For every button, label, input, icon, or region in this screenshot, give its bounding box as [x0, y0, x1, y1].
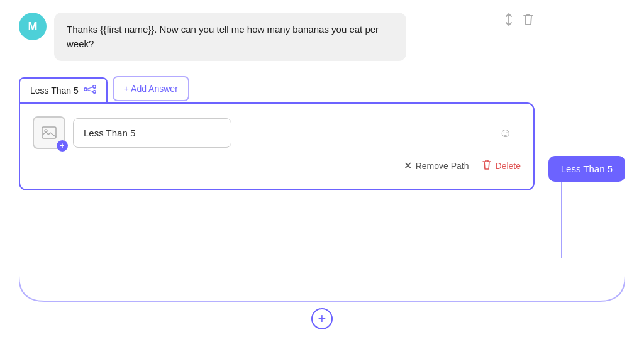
answer-input[interactable]: [73, 118, 231, 148]
bottom-connector: [19, 273, 625, 304]
delete-button[interactable]: Delete: [482, 159, 521, 172]
delete-trash-icon: [482, 159, 492, 172]
remove-path-label: Remove Path: [416, 161, 469, 171]
message-row: M Thanks {{first name}}. Now can you tel…: [19, 13, 535, 61]
sort-icon[interactable]: [503, 13, 514, 30]
tabs-container: Less Than 5 + Add Answer: [19, 76, 535, 102]
answer-card-inner: + ☺: [33, 116, 521, 149]
card-actions: ✕ Remove Path Delete: [33, 159, 521, 172]
add-answer-tab[interactable]: + Add Answer: [113, 76, 189, 101]
input-wrapper: ☺: [73, 118, 521, 148]
message-actions: [503, 13, 535, 30]
svg-point-1: [93, 86, 96, 88]
tab-label: Less Than 5: [30, 86, 79, 96]
image-placeholder[interactable]: +: [33, 116, 65, 149]
answer-card: + ☺ ✕ Remove Path: [19, 102, 535, 190]
right-answer-bubble: Less Than 5: [548, 156, 625, 182]
add-image-badge[interactable]: +: [57, 140, 68, 152]
content-area: M Thanks {{first name}}. Now can you tel…: [19, 13, 535, 190]
tab-less-than-5[interactable]: Less Than 5: [19, 77, 108, 102]
svg-point-0: [84, 88, 87, 91]
svg-point-2: [93, 91, 96, 93]
delete-icon[interactable]: [522, 13, 535, 30]
emoji-icon[interactable]: ☺: [499, 126, 512, 140]
avatar: M: [19, 13, 47, 40]
add-step-row: +: [311, 308, 333, 329]
svg-rect-3: [42, 127, 56, 138]
connector-line: [561, 182, 562, 258]
network-icon: [84, 85, 96, 96]
add-step-button[interactable]: +: [311, 308, 333, 329]
remove-path-button[interactable]: ✕ Remove Path: [404, 160, 469, 172]
x-icon: ✕: [404, 160, 412, 172]
delete-label: Delete: [496, 161, 521, 171]
message-bubble: Thanks {{first name}}. Now can you tell …: [54, 13, 406, 61]
main-container: M Thanks {{first name}}. Now can you tel…: [0, 0, 644, 342]
